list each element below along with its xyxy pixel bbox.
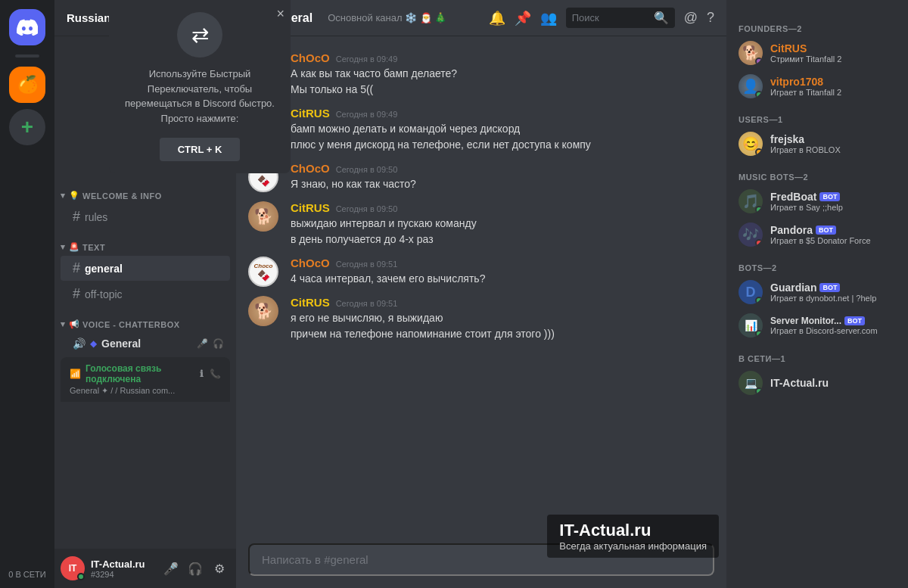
- bot-badge-pandora: BOT: [816, 226, 836, 235]
- members-icon[interactable]: 👥: [540, 10, 557, 26]
- quick-switch-shortcut: CTRL + K: [160, 138, 241, 161]
- member-it-actual[interactable]: 💻 IT-Actual.ru: [732, 366, 902, 400]
- message-author-2: CitRUS: [291, 107, 330, 120]
- bot-badge-guardian: BOT: [819, 283, 840, 292]
- voice-info-icon[interactable]: ℹ: [200, 369, 204, 379]
- member-status-fredboat: Играет в Say ;;help: [770, 203, 896, 212]
- search-input[interactable]: [572, 12, 649, 23]
- quick-switch-icon: ⇄: [177, 12, 222, 58]
- voice-signal-icon: 📶: [70, 369, 81, 379]
- mute-button[interactable]: 🎤: [160, 558, 182, 579]
- member-name-server-monitor: Server Monitor...BOT: [770, 316, 896, 326]
- channel-label-general: general: [85, 263, 123, 275]
- message-content-6: CitRUS Сегодня в 09:51 я его не вычисляю…: [291, 296, 714, 342]
- channel-general[interactable]: # general: [61, 256, 230, 281]
- server-icon-discord[interactable]: [9, 9, 45, 45]
- username: IT-Actual.ru: [91, 558, 154, 570]
- member-name-pandora: PandoraBOT: [770, 224, 896, 236]
- voice-diamond-icon: ◆: [90, 338, 97, 349]
- channel-hash-general: #: [73, 260, 80, 276]
- quick-switch-close[interactable]: ×: [276, 6, 285, 22]
- user-avatar: IT: [61, 556, 85, 580]
- voice-control-icons: ℹ 📞: [200, 369, 221, 379]
- message-timestamp-5: Сегодня в 09:51: [336, 260, 398, 269]
- voice-channel-general[interactable]: 🔊 ◆ General 🎤 🎧: [61, 333, 230, 354]
- category-arrow-welcome: ▾: [61, 191, 66, 201]
- notification-bell-icon[interactable]: 🔔: [489, 10, 505, 26]
- message-timestamp-6: Сегодня в 09:51: [336, 299, 398, 308]
- member-info-vitpro: vitpro1708 Играет в Titanfall 2: [770, 76, 896, 97]
- member-info-citrus: CitRUS Стримит Titanfall 2: [770, 42, 896, 64]
- message-content-4: CitRUS Сегодня в 09:50 выжидаю интервал …: [291, 201, 714, 247]
- message-author-1: ChOcO: [291, 51, 330, 64]
- member-citrus[interactable]: 🐕 CitRUS Стримит Titanfall 2: [732, 36, 902, 70]
- member-name-frejska: frejska: [770, 133, 896, 145]
- member-pandora[interactable]: 🎶 PandoraBOT Играет в $5 Donator Force: [732, 218, 902, 251]
- search-box[interactable]: 🔍: [566, 8, 675, 28]
- member-guardian[interactable]: D GuardianBOT Играет в dynobot.net | ?he…: [732, 275, 902, 309]
- watermark-title: IT-Actual.ru: [559, 521, 707, 540]
- message-group-4: 🐕 CitRUS Сегодня в 09:50 выжидаю интерва…: [236, 198, 726, 250]
- quick-switch-popup: × ⇄ Используйте Быстрый Переключатель, ч…: [109, 0, 291, 173]
- channel-header: # general Основной канал ❄️ 🎅 🎄 🔔 📌 👥 🔍 …: [236, 0, 726, 36]
- message-author-5: ChOcO: [291, 257, 330, 269]
- message-text-6b: причем на телефоне напоминание стоит для…: [291, 326, 714, 342]
- message-group-3: Choco 🍫 ChOcO Сегодня в 09:50 Я знаю, но…: [236, 159, 726, 195]
- members-sidebar: FOUNDERS—2 🐕 CitRUS Стримит Titanfall 2 …: [726, 0, 908, 588]
- member-vitpro[interactable]: 👤 vitpro1708 Играет в Titanfall 2: [732, 70, 902, 103]
- member-fredboat[interactable]: 🎵 FredBoatBOT Играет в Say ;;help: [732, 185, 902, 218]
- help-icon[interactable]: ?: [707, 10, 714, 26]
- main-area: # general Основной канал ❄️ 🎅 🎄 🔔 📌 👥 🔍 …: [236, 0, 726, 588]
- voice-mic-icon: 🎤: [197, 338, 208, 349]
- bot-badge-server-monitor: BOT: [844, 316, 865, 325]
- channel-rules[interactable]: # rules: [61, 204, 230, 229]
- message-text-2a: бамп можно делать и командой через диско…: [291, 121, 714, 137]
- category-voice[interactable]: ▾ 📢 VOICE - CHATTERBOX: [54, 307, 236, 332]
- user-info: IT-Actual.ru #3294: [91, 558, 154, 579]
- category-label-voice: VOICE - CHATTERBOX: [82, 320, 180, 329]
- server-add-button[interactable]: +: [9, 109, 45, 145]
- message-author-4: CitRUS: [291, 201, 330, 214]
- member-name-guardian: GuardianBOT: [770, 282, 896, 294]
- server-divider: [15, 54, 39, 58]
- channel-list: ▾ 💡 WELCOME & INFO # rules ▾ 🚨 TEXT # ge…: [54, 173, 236, 549]
- message-author-6: CitRUS: [291, 296, 330, 309]
- member-frejska[interactable]: 😊 frejska Играет в ROBLOX: [732, 127, 902, 160]
- channel-label-offtopic: off-topic: [85, 288, 123, 300]
- pin-icon[interactable]: 📌: [515, 10, 531, 26]
- member-status-vitpro: Играет в Titanfall 2: [770, 88, 896, 97]
- deafen-button[interactable]: 🎧: [185, 558, 206, 579]
- watermark-subtitle: Всегда актуальная информация: [559, 540, 707, 552]
- message-header-1: ChOcO Сегодня в 09:49: [291, 51, 714, 64]
- server-icon-orange[interactable]: 🍊: [9, 67, 45, 103]
- voice-connected-banner: 📶 Голосовая связь подключена ℹ 📞 General…: [61, 357, 230, 402]
- members-category-online: В СЕТИ—1: [732, 342, 902, 366]
- channel-description: Основной канал ❄️ 🎅 🎄: [328, 12, 446, 23]
- avatar-citrus-3: 🐕: [248, 296, 278, 326]
- voice-call-icon[interactable]: 📞: [210, 369, 221, 379]
- member-server-monitor[interactable]: 📊 Server Monitor...BOT Играет в Discord-…: [732, 309, 902, 342]
- message-header-4: CitRUS Сегодня в 09:50: [291, 201, 714, 214]
- message-text-6a: я его не вычисляю, я выжидаю: [291, 310, 714, 326]
- voice-connected-status: 📶 Голосовая связь подключена ℹ 📞: [70, 363, 221, 384]
- message-text-4b: в день получается до 4-х раз: [291, 232, 714, 247]
- member-info-guardian: GuardianBOT Играет в dynobot.net | ?help: [770, 282, 896, 303]
- message-header-3: ChOcO Сегодня в 09:50: [291, 162, 714, 175]
- channel-off-topic[interactable]: # off-topic: [61, 282, 230, 306]
- category-text[interactable]: ▾ 🚨 TEXT: [54, 230, 236, 255]
- message-timestamp-4: Сегодня в 09:50: [336, 204, 398, 213]
- message-text-5a: 4 часа интервал, зачем его вычислять?: [291, 271, 714, 287]
- member-avatar-server-monitor: 📊: [739, 313, 763, 338]
- channel-label-rules: rules: [85, 211, 107, 223]
- at-icon[interactable]: @: [684, 10, 698, 26]
- members-category-music-bots: MUSIC BOTS—2: [732, 160, 902, 185]
- member-status-citrus: Стримит Titanfall 2: [770, 54, 896, 64]
- member-name-it-actual: IT-Actual.ru: [770, 377, 896, 389]
- message-content-3: ChOcO Сегодня в 09:50 Я знаю, но как так…: [291, 162, 714, 192]
- category-welcome[interactable]: ▾ 💡 WELCOME & INFO: [54, 179, 236, 204]
- member-status-server-monitor: Играет в Discord-server.com: [770, 326, 896, 335]
- member-avatar-it-actual: 💻: [739, 371, 763, 395]
- settings-button[interactable]: ⚙: [209, 558, 230, 579]
- header-icons: 🔔 📌 👥 🔍 @ ?: [489, 8, 714, 28]
- message-timestamp-3: Сегодня в 09:50: [336, 165, 398, 174]
